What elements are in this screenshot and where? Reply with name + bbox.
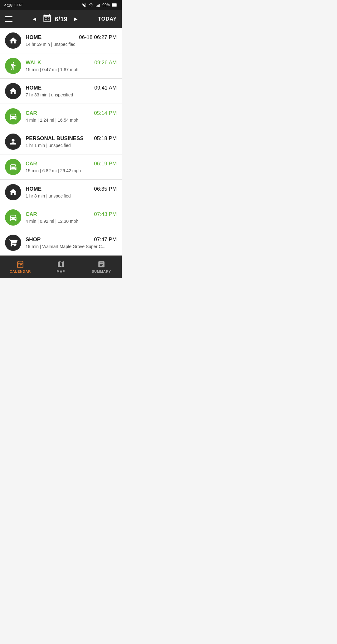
svg-rect-5 <box>112 4 116 6</box>
activity-time-6: 06:19 PM <box>94 161 117 167</box>
nav-map[interactable]: MAP <box>41 258 81 276</box>
walk-icon <box>5 58 21 74</box>
current-date: 6/19 <box>55 16 67 23</box>
activity-content-1: HOME06-18 06:27 PM14 hr 59 min | unspeci… <box>26 34 117 47</box>
summary-nav-icon <box>97 260 105 268</box>
activity-item-8[interactable]: CAR07:43 PM4 min | 0.92 mi | 12.30 mph <box>0 205 122 230</box>
activity-time-9: 07:47 PM <box>94 237 117 243</box>
activity-name-3: HOME <box>26 85 42 91</box>
activity-name-4: CAR <box>26 110 37 116</box>
activity-time-8: 07:43 PM <box>94 211 117 217</box>
activity-item-3[interactable]: HOME09:41 AM7 hr 33 min | unspecified <box>0 79 122 104</box>
svg-rect-6 <box>117 4 117 6</box>
activity-list: HOME06-18 06:27 PM14 hr 59 min | unspeci… <box>0 28 122 256</box>
activity-content-8: CAR07:43 PM4 min | 0.92 mi | 12.30 mph <box>26 211 117 224</box>
activity-detail-4: 4 min | 1.24 mi | 16.54 mph <box>26 118 117 123</box>
map-nav-label: MAP <box>57 270 65 273</box>
today-button[interactable]: TODAY <box>98 16 117 22</box>
activity-name-8: CAR <box>26 211 37 217</box>
battery-icon <box>112 3 117 7</box>
calendar-icon <box>43 14 51 24</box>
activity-content-5: PERSONAL BUSINESS05:18 PM1 hr 1 min | un… <box>26 135 117 148</box>
svg-rect-1 <box>97 5 98 7</box>
battery-percent: 99% <box>102 3 110 7</box>
activity-content-7: HOME06:35 PM1 hr 8 min | unspecified <box>26 186 117 198</box>
car-icon <box>5 159 21 175</box>
activity-time-1: 06-18 06:27 PM <box>79 34 117 41</box>
activity-name-6: CAR <box>26 161 37 167</box>
activity-content-2: WALK09:26 AM15 min | 0.47 mi | 1.87 mph <box>26 60 117 72</box>
activity-item-1[interactable]: HOME06-18 06:27 PM14 hr 59 min | unspeci… <box>0 28 122 53</box>
activity-detail-7: 1 hr 8 min | unspecified <box>26 193 117 198</box>
status-bar: 4:18 STAT 99% <box>0 0 122 10</box>
activity-detail-5: 1 hr 1 min | unspecified <box>26 143 117 148</box>
svg-rect-0 <box>96 6 96 7</box>
map-nav-icon <box>57 260 65 268</box>
activity-time-3: 09:41 AM <box>94 85 117 91</box>
status-time: 4:18 <box>4 3 12 7</box>
activity-detail-2: 15 min | 0.47 mi | 1.87 mph <box>26 67 117 72</box>
svg-rect-3 <box>99 4 100 7</box>
home-icon <box>5 32 21 49</box>
bottom-nav: CALENDAR MAP SUMMARY <box>0 256 122 278</box>
activity-detail-3: 7 hr 33 min | unspecified <box>26 92 117 97</box>
activity-detail-9: 19 min | Walmart Maple Grove Super C... <box>26 244 117 249</box>
activity-item-9[interactable]: SHOP07:47 PM19 min | Walmart Maple Grove… <box>0 230 122 256</box>
activity-name-5: PERSONAL BUSINESS <box>26 135 84 142</box>
status-label: STAT <box>14 3 23 7</box>
personal-icon <box>5 134 21 150</box>
calendar-nav-label: CALENDAR <box>10 270 31 273</box>
home-icon <box>5 184 21 200</box>
mute-icon <box>82 2 87 7</box>
activity-content-4: CAR05:14 PM4 min | 1.24 mi | 16.54 mph <box>26 110 117 123</box>
activity-time-5: 05:18 PM <box>94 135 117 142</box>
date-nav: ◄ 6/19 ► <box>29 14 81 24</box>
activity-name-9: SHOP <box>26 237 41 243</box>
activity-item-2[interactable]: WALK09:26 AM15 min | 0.47 mi | 1.87 mph <box>0 53 122 79</box>
signal-icon <box>95 2 100 7</box>
calendar-nav-icon <box>16 260 24 268</box>
status-icons: 99% <box>82 2 117 7</box>
activity-time-2: 09:26 AM <box>94 60 117 66</box>
nav-calendar[interactable]: CALENDAR <box>0 258 41 276</box>
nav-summary[interactable]: SUMMARY <box>81 258 122 276</box>
activity-time-7: 06:35 PM <box>94 186 117 192</box>
summary-nav-label: SUMMARY <box>92 270 111 273</box>
top-nav: ◄ 6/19 ► TODAY <box>0 10 122 28</box>
car-icon <box>5 108 21 124</box>
wifi-icon <box>89 2 94 7</box>
activity-name-1: HOME <box>26 34 42 41</box>
activity-detail-8: 4 min | 0.92 mi | 12.30 mph <box>26 219 117 224</box>
activity-name-7: HOME <box>26 186 42 192</box>
shop-icon <box>5 235 21 251</box>
car-icon <box>5 209 21 226</box>
activity-content-3: HOME09:41 AM7 hr 33 min | unspecified <box>26 85 117 97</box>
svg-rect-2 <box>98 5 99 7</box>
activity-item-7[interactable]: HOME06:35 PM1 hr 8 min | unspecified <box>0 180 122 205</box>
prev-date-button[interactable]: ◄ <box>29 15 40 24</box>
activity-item-4[interactable]: CAR05:14 PM4 min | 1.24 mi | 16.54 mph <box>0 104 122 129</box>
activity-content-9: SHOP07:47 PM19 min | Walmart Maple Grove… <box>26 237 117 249</box>
next-date-button[interactable]: ► <box>71 15 81 24</box>
activity-time-4: 05:14 PM <box>94 110 117 116</box>
activity-item-6[interactable]: CAR06:19 PM15 min | 6.82 mi | 26.42 mph <box>0 154 122 180</box>
hamburger-menu[interactable] <box>5 16 12 22</box>
activity-name-2: WALK <box>26 60 41 66</box>
activity-detail-1: 14 hr 59 min | unspecified <box>26 42 117 47</box>
activity-content-6: CAR06:19 PM15 min | 6.82 mi | 26.42 mph <box>26 161 117 173</box>
home-icon <box>5 83 21 99</box>
activity-item-5[interactable]: PERSONAL BUSINESS05:18 PM1 hr 1 min | un… <box>0 129 122 154</box>
activity-detail-6: 15 min | 6.82 mi | 26.42 mph <box>26 168 117 173</box>
